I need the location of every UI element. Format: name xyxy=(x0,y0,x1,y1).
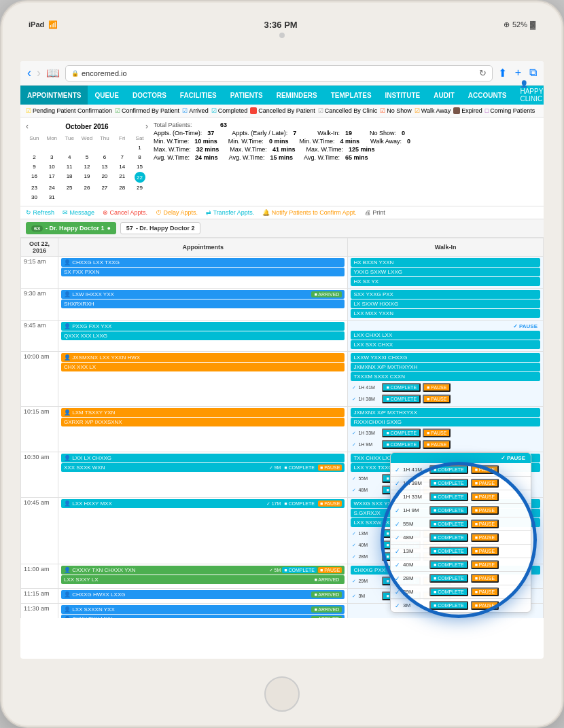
cal-day-28[interactable]: 28 xyxy=(113,183,130,192)
cal-day-12[interactable]: 12 xyxy=(79,162,96,171)
cal-day-22-selected[interactable]: 22 xyxy=(135,172,145,183)
appt-bar[interactable]: 👤 LXW IHXXX YXX ■ ARRIVED xyxy=(61,290,345,299)
back-button[interactable]: ‹ xyxy=(27,66,31,80)
reload-icon[interactable]: ↻ xyxy=(479,68,487,78)
cal-day-31[interactable]: 31 xyxy=(43,193,60,202)
cal-next[interactable]: › xyxy=(145,122,148,131)
complete-badge[interactable]: ■ COMPLETE xyxy=(282,465,317,471)
pause-button[interactable]: ■ PAUSE xyxy=(423,440,451,449)
complete-btn[interactable]: ■ COMPLETE xyxy=(429,479,468,488)
walkin-bar[interactable]: LXX SXX CHXX xyxy=(351,340,540,349)
walkin-bar[interactable]: LXX MXX YXXN xyxy=(351,309,540,318)
doctor-tab-1[interactable]: 63 - Dr. Happy Doctor 1 ● xyxy=(26,222,116,234)
complete-button[interactable]: ■ COMPLETE xyxy=(382,440,421,449)
appt-bar[interactable]: QXXX XXX LXXG xyxy=(61,331,345,340)
walkin-bar[interactable]: JXMXNX X/P MXTHXYXX xyxy=(351,408,540,417)
pause-button[interactable]: ■ PAUSE xyxy=(423,395,451,403)
appt-bar[interactable]: 👤 JXSMXNX LXX YXXN HWX xyxy=(61,353,345,362)
complete-btn[interactable]: ■ COMPLETE xyxy=(429,533,468,542)
message-link[interactable]: ✉ Message xyxy=(63,209,94,216)
complete-btn[interactable]: ■ COMPLETE xyxy=(429,492,468,501)
complete-btn[interactable]: ■ COMPLETE xyxy=(429,560,468,569)
cal-day-6[interactable]: 6 xyxy=(96,153,113,162)
nav-reminders[interactable]: REMINDERS xyxy=(270,86,324,105)
complete-badge[interactable]: ■ COMPLETE xyxy=(282,500,317,507)
cal-day-24[interactable]: 24 xyxy=(43,183,60,192)
walkin-bar[interactable]: SXX YXXG PXX xyxy=(351,290,540,299)
pause-btn[interactable]: ■ PAUSE xyxy=(471,465,499,474)
appt-bar[interactable]: SX FXX PXXN xyxy=(61,268,345,276)
tabs-icon[interactable]: ⧉ xyxy=(529,67,537,79)
print-link[interactable]: 🖨 Print xyxy=(365,209,385,216)
delay-appts-link[interactable]: ⏱ Delay Appts. xyxy=(156,209,198,216)
walkin-bar[interactable]: YXXG SXXW LXXG xyxy=(351,268,540,276)
walkin-bar[interactable]: RXXXCHXXI SXXG xyxy=(351,418,540,426)
cal-day-18[interactable]: 18 xyxy=(61,172,78,183)
clinic-name[interactable]: 👤 HAPPY CLINIC ▾ xyxy=(513,80,544,110)
complete-btn[interactable]: ■ COMPLETE xyxy=(429,601,468,610)
cal-day-14[interactable]: 14 xyxy=(113,162,130,171)
complete-button[interactable]: ■ COMPLETE xyxy=(382,383,421,392)
walkin-bar[interactable]: HX BXXN YXXN xyxy=(351,258,540,267)
complete-badge[interactable]: ■ COMPLETE xyxy=(282,567,317,573)
cal-day-5[interactable]: 5 xyxy=(79,153,96,162)
appt-bar[interactable]: 👤 LXX LX CHXXG xyxy=(61,454,345,462)
appt-bar[interactable]: 👤 LXX SXXXN YXX ■ ARRIVED xyxy=(61,605,345,614)
appt-bar[interactable]: 👤 PXXG FXX YXX xyxy=(61,322,345,331)
complete-btn[interactable]: ■ COMPLETE xyxy=(429,587,468,596)
nav-institute[interactable]: INSTITUTE xyxy=(378,86,427,105)
cal-day-13[interactable]: 13 xyxy=(96,162,113,171)
pause-btn[interactable]: ■ PAUSE xyxy=(471,601,499,610)
cal-day-23[interactable]: 23 xyxy=(26,183,43,192)
pause-badge[interactable]: ■ PAUSE xyxy=(318,567,342,573)
cal-day-7[interactable]: 7 xyxy=(113,153,130,162)
complete-btn[interactable]: ■ COMPLETE xyxy=(429,520,468,528)
appt-bar[interactable]: 👤 CXXY PXX MXX ■ ARRIVED xyxy=(61,615,345,618)
cal-day-19[interactable]: 19 xyxy=(79,172,96,183)
appt-bar[interactable]: 👤 CHXXG LXX TXXG xyxy=(61,258,345,267)
appt-bar[interactable]: SHXRXRXH xyxy=(61,299,345,308)
pause-btn[interactable]: ■ PAUSE xyxy=(471,492,499,501)
appt-bar[interactable]: 👤 CXXXY TXN CHXXX YXN ✓ 5M ■ COMPLETE ■ … xyxy=(61,566,345,575)
cal-day-16[interactable]: 16 xyxy=(26,172,43,183)
walkin-bar[interactable]: TXXXM SXXX CXXN xyxy=(351,372,540,381)
walkin-bar[interactable]: LX SXXW HXXXG xyxy=(351,299,540,308)
bookmarks-icon[interactable]: 📖 xyxy=(46,67,60,79)
complete-button[interactable]: ■ COMPLETE xyxy=(382,395,421,403)
pending-checkbox[interactable]: ☑ xyxy=(26,107,31,114)
share-icon[interactable]: ⬆ xyxy=(498,67,507,79)
refresh-link[interactable]: ↻ Refresh xyxy=(26,209,54,216)
cal-day-15[interactable]: 15 xyxy=(131,162,148,171)
cal-day-20[interactable]: 20 xyxy=(96,172,113,183)
nav-templates[interactable]: TEMPLATES xyxy=(324,86,378,105)
pause-btn[interactable]: ■ PAUSE xyxy=(471,547,499,556)
address-bar[interactable]: 🔒 encoremed.io ↻ xyxy=(65,65,493,81)
nav-accounts[interactable]: ACCOUNTS xyxy=(461,86,514,105)
nav-doctors[interactable]: DOCTORS xyxy=(126,86,173,105)
transfer-appts-link[interactable]: ⇄ Transfer Appts. xyxy=(206,209,254,216)
complete-button[interactable]: ■ COMPLETE xyxy=(382,429,421,437)
cal-day-30[interactable]: 30 xyxy=(26,193,43,202)
nav-facilities[interactable]: FACILITIES xyxy=(173,86,224,105)
cal-day-2[interactable]: 2 xyxy=(26,153,43,162)
cal-day-8[interactable]: 8 xyxy=(131,153,148,162)
appt-bar[interactable]: 👤 LXM TSXXY YXN xyxy=(61,408,345,417)
pause-btn[interactable]: ■ PAUSE xyxy=(471,506,499,515)
walkin-bar[interactable]: LXXW YXXXI CHXXG xyxy=(351,353,540,362)
pause-btn[interactable]: ■ PAUSE xyxy=(471,520,499,528)
complete-btn[interactable]: ■ COMPLETE xyxy=(429,547,468,556)
nav-appointments[interactable]: APPOINTMENTS xyxy=(20,86,88,105)
pause-btn[interactable]: ■ PAUSE xyxy=(471,560,499,569)
forward-button[interactable]: › xyxy=(37,66,41,80)
appt-bar[interactable]: CHX XXX LX xyxy=(61,363,345,371)
cal-day-21[interactable]: 21 xyxy=(113,172,130,183)
cancel-appts-link[interactable]: ⊗ Cancel Appts. xyxy=(103,209,147,216)
cal-day-29[interactable]: 29 xyxy=(131,183,148,192)
appt-bar[interactable]: GXRXR X/P IXXXSXNX xyxy=(61,418,345,426)
complete-btn[interactable]: ■ COMPLETE xyxy=(429,574,468,583)
cal-day-27[interactable]: 27 xyxy=(96,183,113,192)
complete-btn[interactable]: ■ COMPLETE xyxy=(429,506,468,515)
nav-queue[interactable]: QUEUE xyxy=(88,86,126,105)
pause-badge[interactable]: ■ PAUSE xyxy=(318,465,342,471)
walkin-bar[interactable]: JXMXNX X/P MXTHXYXH xyxy=(351,363,540,371)
